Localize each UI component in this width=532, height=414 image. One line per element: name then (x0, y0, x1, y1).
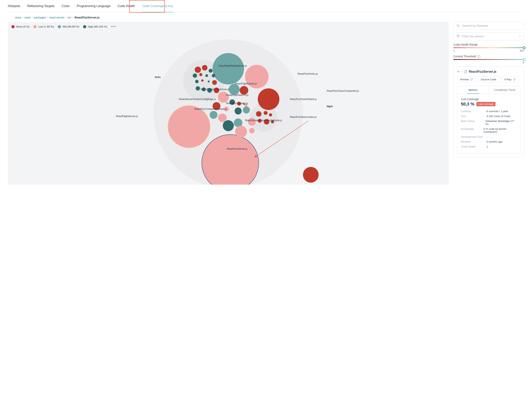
kv-health: 1 (486, 145, 488, 148)
filter-input[interactable] (462, 35, 516, 38)
svg-point-8[interactable] (205, 74, 208, 77)
svg-point-11[interactable] (201, 79, 204, 82)
svg-point-35[interactable] (249, 128, 255, 133)
external-link-icon (470, 78, 473, 81)
svg-point-16[interactable] (207, 88, 212, 93)
source-button[interactable]: Source Code (478, 76, 499, 83)
subtab-metrics[interactable]: Metrics (457, 86, 489, 94)
kv-cost: - (486, 135, 487, 138)
svg-point-30[interactable] (218, 113, 227, 122)
card-subtabs: Metrics Complexity Trend (457, 86, 520, 94)
crumb-3[interactable]: react-server (49, 16, 65, 19)
file-icon (464, 70, 467, 74)
svg-point-13[interactable] (212, 80, 217, 85)
info-icon[interactable]: i (477, 55, 480, 58)
svg-point-37[interactable] (264, 111, 267, 115)
legend-low: Low (< 80 %) (33, 25, 54, 28)
kv-author: Sebastian Markbåge (77 %) (485, 120, 517, 125)
legend-mid: Mid (80-90 %) (58, 25, 79, 28)
kv-knowledge: 0 % code by former contributors (484, 127, 517, 133)
subtab-complexity[interactable]: Complexity Trend (489, 86, 520, 94)
crumb-4[interactable]: src (67, 16, 71, 19)
bubble-classcomp[interactable] (258, 88, 279, 110)
svg-point-38[interactable] (269, 113, 272, 116)
svg-point-21[interactable] (229, 99, 235, 105)
tab-language[interactable]: Programming Language (77, 4, 111, 12)
svg-point-29[interactable] (210, 111, 218, 119)
search-box[interactable] (453, 22, 524, 30)
svg-line-47 (458, 26, 459, 27)
svg-point-33[interactable] (248, 118, 256, 126)
svg-point-36[interactable] (256, 111, 261, 117)
svg-point-28[interactable] (243, 106, 250, 113)
crumb-2[interactable]: packages (34, 16, 46, 19)
metric-value: 50,3 % (461, 102, 475, 107)
crumb-1[interactable]: react (24, 16, 31, 19)
kv-commits: 9 commits / 1 year (486, 110, 508, 113)
svg-point-46 (457, 24, 459, 27)
legend-none: None (0 %) (11, 25, 29, 28)
svg-point-25[interactable] (213, 102, 220, 110)
svg-point-10[interactable] (195, 80, 199, 83)
svg-point-19[interactable] (240, 86, 248, 95)
metrics-body: Line Coverage 50,3 % Low coverage Commit… (457, 94, 520, 154)
svg-point-40[interactable] (264, 119, 269, 124)
crumb-0[interactable]: react (15, 16, 21, 19)
bubble-reactflightserver[interactable] (168, 105, 210, 148)
xray-button[interactable]: X-Ray (501, 76, 519, 83)
health-slider[interactable]: Code Health Range 110.0 (453, 43, 524, 52)
svg-point-14[interactable] (196, 86, 200, 91)
svg-point-34[interactable] (235, 126, 247, 138)
crumb-current: ReactFizzServer.js (75, 16, 99, 19)
svg-point-3[interactable] (195, 66, 201, 73)
svg-point-41[interactable] (271, 120, 274, 123)
svg-point-7[interactable] (199, 73, 202, 76)
tab-costs[interactable]: Costs (62, 4, 70, 12)
bubble-flightreply[interactable] (213, 53, 244, 85)
external-link-icon (513, 78, 516, 81)
svg-point-31[interactable] (223, 120, 234, 131)
breadcrumb: react/ react/ packages/ react-server/ sr… (15, 16, 524, 19)
top-tabs: Hotspots Refactoring Targets Costs Progr… (8, 0, 524, 12)
svg-point-12[interactable] (208, 81, 210, 83)
search-input[interactable] (462, 24, 521, 27)
svg-point-42[interactable] (303, 167, 319, 183)
review-button[interactable]: Review (457, 76, 476, 83)
tab-refactoring[interactable]: Refactoring Targets (27, 4, 54, 12)
metric-title: Line Coverage (461, 98, 517, 101)
svg-point-6[interactable] (193, 74, 197, 78)
side-panel: Code Health Range 110.0 Commit Threshold… (453, 22, 524, 185)
svg-point-15[interactable] (202, 87, 206, 91)
filter-icon (456, 35, 460, 38)
card-filename: ReactFizzServer.js (469, 70, 496, 74)
coverage-badge: Low coverage (476, 102, 496, 106)
svg-point-27[interactable] (235, 107, 242, 114)
svg-point-24[interactable] (244, 104, 247, 107)
search-icon (456, 24, 460, 28)
tab-hotspots[interactable]: Hotspots (8, 4, 20, 12)
svg-point-4[interactable] (202, 65, 208, 71)
svg-point-26[interactable] (224, 107, 229, 111)
tab-codehealth[interactable]: Code Health (117, 4, 135, 12)
svg-point-18[interactable] (229, 84, 240, 95)
svg-point-17[interactable] (214, 88, 219, 93)
legend: None (0 %) Low (< 80 %) Mid (80-90 %) Hi… (8, 22, 449, 31)
bubble-svg[interactable] (8, 31, 449, 185)
chevron-down-icon (518, 35, 521, 38)
filter-box[interactable] (453, 32, 524, 40)
kv-modified: 0 months ago (486, 140, 503, 143)
legend-more-icon[interactable]: ••• (111, 25, 116, 29)
tab-coverage[interactable]: Code Coverage (Line) (142, 4, 173, 12)
svg-point-39[interactable] (258, 119, 262, 123)
bubble-chart-panel: None (0 %) Low (< 80 %) Mid (80-90 %) Hi… (8, 22, 449, 185)
kv-size: 4.192 Lines of Code (486, 115, 510, 118)
bubble-fizzhooks[interactable] (245, 65, 268, 88)
svg-point-22[interactable] (237, 102, 241, 106)
svg-point-9[interactable] (212, 74, 215, 77)
legend-high: High (90-100 %) (83, 25, 107, 28)
commit-slider[interactable]: Commit Thresholdi 0 (453, 55, 524, 64)
svg-point-5[interactable] (209, 69, 213, 73)
collapse-icon[interactable] (457, 70, 460, 73)
details-card: / ReactFizzServer.js Review Source Code … (453, 66, 524, 157)
svg-point-20[interactable] (218, 92, 229, 103)
